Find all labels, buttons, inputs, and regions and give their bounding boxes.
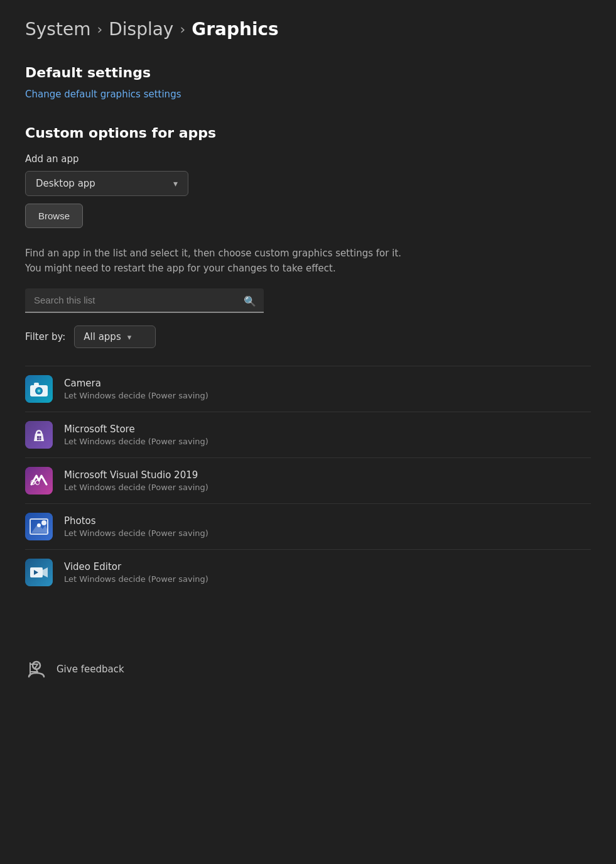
app-icon-camera xyxy=(25,375,53,403)
breadcrumb: System › Display › Graphics xyxy=(25,19,591,40)
svg-rect-10 xyxy=(40,439,41,440)
app-info-video-editor: Video Editor Let Windows decide (Power s… xyxy=(64,561,208,584)
app-status-ms-store: Let Windows decide (Power saving) xyxy=(64,437,208,446)
breadcrumb-graphics: Graphics xyxy=(192,19,279,40)
app-name-video-editor: Video Editor xyxy=(64,561,208,572)
app-item-vs2019[interactable]: ∞ Microsoft Visual Studio 2019 Let Windo… xyxy=(25,458,591,504)
app-info-ms-store: Microsoft Store Let Windows decide (Powe… xyxy=(64,424,208,446)
app-name-vs2019: Microsoft Visual Studio 2019 xyxy=(64,469,208,481)
default-settings-title: Default settings xyxy=(25,65,591,80)
svg-point-15 xyxy=(41,520,46,525)
info-text: Find an app in the list and select it, t… xyxy=(25,246,414,276)
app-icon-video-editor xyxy=(25,559,53,586)
app-type-dropdown-container: Desktop app ▾ xyxy=(25,171,591,196)
svg-rect-9 xyxy=(37,439,39,440)
change-default-link[interactable]: Change default graphics settings xyxy=(25,89,181,100)
app-item-ms-store[interactable]: Microsoft Store Let Windows decide (Powe… xyxy=(25,412,591,458)
app-name-photos: Photos xyxy=(64,515,208,527)
feedback-icon xyxy=(25,658,48,681)
app-info-vs2019: Microsoft Visual Studio 2019 Let Windows… xyxy=(64,469,208,492)
feedback-section: Give feedback xyxy=(25,645,591,681)
svg-rect-5 xyxy=(34,383,39,386)
app-status-camera: Let Windows decide (Power saving) xyxy=(64,391,208,400)
app-name-camera: Camera xyxy=(64,378,208,389)
custom-options-section: Custom options for apps Add an app Deskt… xyxy=(25,125,591,595)
breadcrumb-display[interactable]: Display xyxy=(109,19,173,40)
filter-row: Filter by: All apps ▾ xyxy=(25,325,591,348)
filter-dropdown[interactable]: All apps ▾ xyxy=(74,325,156,348)
search-wrapper: 🔍 xyxy=(25,288,264,313)
svg-rect-8 xyxy=(40,436,41,438)
app-icon-photos xyxy=(25,513,53,540)
breadcrumb-system[interactable]: System xyxy=(25,19,90,40)
app-info-photos: Photos Let Windows decide (Power saving) xyxy=(64,515,208,538)
app-status-photos: Let Windows decide (Power saving) xyxy=(64,528,208,538)
svg-rect-7 xyxy=(37,436,39,438)
add-app-label: Add an app xyxy=(25,153,591,165)
search-input[interactable] xyxy=(25,288,264,313)
filter-chevron-icon: ▾ xyxy=(127,332,132,342)
chevron-down-icon: ▾ xyxy=(173,178,178,189)
svg-point-17 xyxy=(37,523,41,527)
breadcrumb-sep-1: › xyxy=(97,21,102,37)
app-status-vs2019: Let Windows decide (Power saving) xyxy=(64,483,208,492)
custom-options-title: Custom options for apps xyxy=(25,125,591,141)
filter-dropdown-value: All apps xyxy=(84,331,121,342)
app-status-video-editor: Let Windows decide (Power saving) xyxy=(64,574,208,584)
svg-point-4 xyxy=(38,390,40,392)
app-item-camera[interactable]: Camera Let Windows decide (Power saving) xyxy=(25,366,591,412)
app-info-camera: Camera Let Windows decide (Power saving) xyxy=(64,378,208,400)
app-item-video-editor[interactable]: Video Editor Let Windows decide (Power s… xyxy=(25,550,591,595)
app-item-photos[interactable]: Photos Let Windows decide (Power saving) xyxy=(25,504,591,550)
default-settings-section: Default settings Change default graphics… xyxy=(25,65,591,125)
app-name-ms-store: Microsoft Store xyxy=(64,424,208,435)
app-icon-ms-store xyxy=(25,421,53,449)
app-list: Camera Let Windows decide (Power saving) xyxy=(25,366,591,595)
app-type-dropdown-value: Desktop app xyxy=(36,178,95,189)
feedback-link[interactable]: Give feedback xyxy=(57,664,124,675)
filter-label: Filter by: xyxy=(25,331,65,342)
breadcrumb-sep-2: › xyxy=(180,21,185,37)
app-type-dropdown[interactable]: Desktop app ▾ xyxy=(25,171,188,196)
app-icon-vs2019: ∞ xyxy=(25,467,53,495)
browse-button[interactable]: Browse xyxy=(25,204,83,228)
